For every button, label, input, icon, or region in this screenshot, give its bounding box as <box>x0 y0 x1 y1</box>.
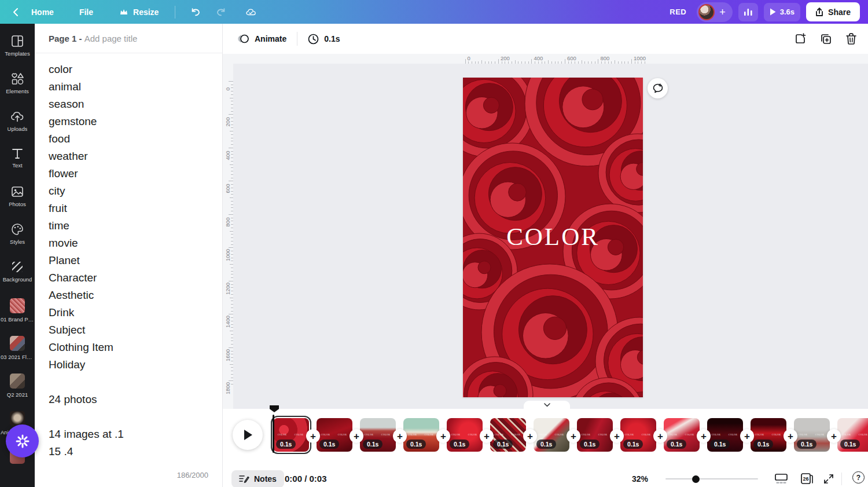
insights-button[interactable] <box>738 3 758 21</box>
page-title-field[interactable]: Page 1 - Add page title <box>35 24 222 53</box>
clip-duration-badge[interactable]: 0.1s <box>710 440 730 449</box>
timeline-clip-13[interactable]: COLORCOLOR0.1s <box>794 418 830 452</box>
clip-duration-badge[interactable]: 0.1s <box>797 440 816 449</box>
redo-icon[interactable] <box>216 7 226 17</box>
add-comment-button[interactable] <box>648 78 668 98</box>
clip-duration-badge[interactable]: 0.1s <box>406 440 426 449</box>
clip-micro-text: COLOR <box>278 433 287 436</box>
sidebar-project-3[interactable]: Q2 2021 <box>0 374 35 398</box>
clip-micro-text: COLOR <box>729 433 738 436</box>
preview-play-button[interactable]: 3.6s <box>764 3 800 21</box>
timeline-clip-4[interactable]: COLORCOLOR0.1s <box>403 418 439 452</box>
clip-duration-badge[interactable]: 0.1s <box>450 440 469 449</box>
project-label: 03 2021 Flat... <box>1 354 34 360</box>
playhead-line[interactable] <box>273 415 274 453</box>
sidebar-label: Uploads <box>8 126 28 132</box>
pages-button[interactable]: 26 <box>799 471 814 486</box>
add-clip-button[interactable]: + <box>436 429 450 443</box>
timeline-clip-3[interactable]: COLORCOLOR0.1s <box>360 418 396 452</box>
resize-button[interactable]: Resize <box>112 3 165 21</box>
clip-micro-text: COLOR <box>598 433 608 436</box>
collapse-timeline-tab[interactable] <box>524 401 570 409</box>
clip-duration-badge[interactable]: 0.1s <box>753 440 773 449</box>
divider <box>841 473 842 485</box>
clip-duration-badge[interactable]: 0.1s <box>276 440 296 449</box>
help-button[interactable]: ? <box>852 471 865 484</box>
notes-editor[interactable]: coloranimalseasongemstonefoodweatherflow… <box>35 53 222 460</box>
clip-duration-badge[interactable]: 0.1s <box>840 440 860 449</box>
note-line: time <box>49 217 216 235</box>
timeline-clip-7[interactable]: COLORCOLOR0.1s <box>534 418 569 452</box>
timeline-clip-9[interactable]: COLORCOLOR0.1s <box>620 418 656 452</box>
page-timing-button[interactable]: 0.1s <box>302 29 345 49</box>
zoom-slider[interactable] <box>665 478 758 479</box>
add-clip-button[interactable]: + <box>350 429 363 443</box>
timeline-clip-5[interactable]: COLORCOLOR0.1s <box>447 418 483 452</box>
duplicate-page-button[interactable] <box>817 30 834 47</box>
clip-duration-badge[interactable]: 0.1s <box>319 440 339 449</box>
timeline-clip-1[interactable]: COLORCOLOR0.1s <box>273 418 309 452</box>
notes-toggle-button[interactable]: Notes <box>231 470 284 487</box>
share-button[interactable]: Share <box>806 2 860 21</box>
add-member-button[interactable]: + <box>719 7 726 17</box>
clip-duration-badge[interactable]: 0.1s <box>493 440 513 449</box>
clip-duration-badge[interactable]: 0.1s <box>536 440 556 449</box>
clip-duration-badge[interactable]: 0.1s <box>363 440 382 449</box>
add-clip-button[interactable]: + <box>740 429 754 443</box>
back-icon[interactable] <box>10 7 21 17</box>
note-line: weather <box>49 148 216 165</box>
timeline-clip-6[interactable]: COLORCOLOR0.1s <box>490 418 526 452</box>
clip-micro-text: COLOR <box>321 433 330 436</box>
add-clip-button[interactable]: + <box>827 429 841 443</box>
fullscreen-button[interactable] <box>821 471 836 486</box>
file-button[interactable]: File <box>72 4 100 20</box>
sidebar-project-2[interactable]: 03 2021 Flat... <box>0 336 35 360</box>
note-line: 14 images at .1 <box>49 426 216 443</box>
animate-button[interactable]: Animate <box>231 29 292 49</box>
clip-duration-badge[interactable]: 0.1s <box>667 440 686 449</box>
timeline-clip-14[interactable]: COLORCOLOR0.1s <box>837 418 868 452</box>
add-clip-button[interactable]: + <box>610 429 624 443</box>
design-page[interactable]: COLOR <box>463 78 643 397</box>
add-clip-button[interactable]: + <box>523 429 537 443</box>
undo-icon[interactable] <box>190 7 201 17</box>
magic-assistant-button[interactable] <box>6 424 39 457</box>
add-clip-button[interactable]: + <box>393 429 407 443</box>
clip-duration-badge[interactable]: 0.1s <box>623 440 643 449</box>
grid-view-button[interactable] <box>774 471 789 486</box>
project-thumbnail <box>10 336 25 351</box>
delete-page-button[interactable] <box>843 30 860 47</box>
share-label: Share <box>828 8 851 17</box>
home-button[interactable]: Home <box>24 4 61 20</box>
sidebar-item-templates[interactable]: Templates <box>0 35 35 57</box>
page-text-color[interactable]: COLOR <box>463 222 643 251</box>
sidebar-project-1[interactable]: 01 Brand Pa... <box>0 298 35 323</box>
add-clip-button[interactable]: + <box>784 429 797 443</box>
timeline-clip-2[interactable]: COLORCOLOR0.1s <box>317 418 352 452</box>
add-clip-button[interactable]: + <box>306 429 320 443</box>
zoom-level[interactable]: 32% <box>632 474 648 484</box>
add-clip-button[interactable]: + <box>653 429 667 443</box>
avatar[interactable] <box>698 4 715 20</box>
sidebar-item-text[interactable]: Text <box>0 148 35 169</box>
sidebar-item-styles[interactable]: Styles <box>0 223 35 245</box>
sidebar-item-uploads[interactable]: Uploads <box>0 110 35 132</box>
timeline-clip-8[interactable]: COLORCOLOR0.1s <box>577 418 613 452</box>
add-clip-button[interactable]: + <box>480 429 494 443</box>
zoom-slider-thumb[interactable] <box>692 475 700 483</box>
top-bar: Home File Resize RED + <box>0 0 868 24</box>
sidebar-item-background[interactable]: Background <box>0 261 35 283</box>
add-page-button[interactable] <box>792 30 809 47</box>
sidebar-item-photos[interactable]: Photos <box>0 185 35 207</box>
clip-micro-text: COLOR <box>495 433 504 436</box>
sidebar-item-elements[interactable]: Elements <box>0 72 35 94</box>
add-clip-button[interactable]: + <box>567 429 580 443</box>
timeline-clip-10[interactable]: COLORCOLOR0.1s <box>664 418 700 452</box>
project-name[interactable]: RED <box>670 8 686 16</box>
timeline-clip-11[interactable]: COLORCOLOR0.1s <box>707 418 743 452</box>
note-line: food <box>49 130 216 148</box>
add-clip-button[interactable]: + <box>697 429 711 443</box>
timeline-clip-12[interactable]: COLORCOLOR0.1s <box>751 418 786 452</box>
clip-duration-badge[interactable]: 0.1s <box>580 440 599 449</box>
timeline-play-button[interactable] <box>233 420 263 450</box>
